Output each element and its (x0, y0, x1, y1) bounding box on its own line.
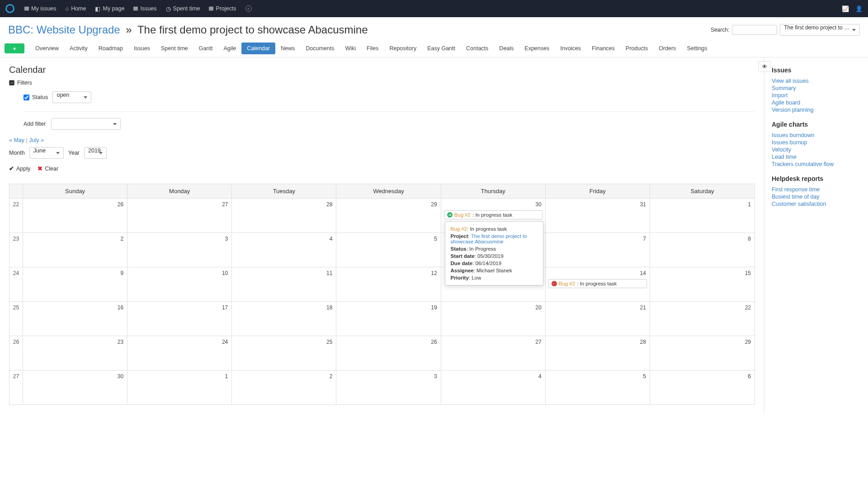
apply-button[interactable]: ✔Apply (9, 165, 30, 172)
status-filter[interactable]: Status (24, 94, 48, 100)
sidebar-link[interactable]: Trackers cumulative flow (772, 161, 861, 168)
calendar-day[interactable]: 23 (23, 336, 127, 370)
tab-finances[interactable]: Finances (586, 43, 620, 54)
filters-toggle[interactable]: – Filters (9, 80, 755, 86)
month-select[interactable]: June (29, 147, 64, 159)
calendar-day[interactable]: 15 (650, 267, 755, 301)
sidebar-link[interactable]: Version planning (772, 106, 861, 114)
tab-news[interactable]: News (275, 43, 300, 54)
calendar-day[interactable]: 27 (127, 199, 232, 233)
calendar-day[interactable]: 6 (650, 370, 755, 404)
calendar-day[interactable]: 1 (650, 199, 755, 233)
stats-icon[interactable]: 📈 (842, 5, 849, 12)
calendar-day[interactable]: 11 (232, 267, 336, 301)
tab-repository[interactable]: Repository (384, 43, 422, 54)
project-selector[interactable]: The first demo project to … (780, 24, 860, 36)
calendar-event[interactable]: ←Bug #2: In progress task (548, 279, 647, 288)
year-select[interactable]: 2019 (84, 147, 107, 159)
user-icon[interactable]: 👤 (855, 5, 863, 12)
nav-home[interactable]: ⌂Home (62, 3, 90, 14)
calendar-day[interactable]: 5 (336, 233, 441, 267)
sidebar-link[interactable]: Issues burnup (772, 139, 861, 146)
prev-month[interactable]: « May (9, 137, 24, 143)
tab-agile[interactable]: Agile (218, 43, 241, 54)
calendar-day[interactable]: 1 (127, 370, 232, 404)
calendar-day[interactable]: 25 (232, 336, 336, 370)
calendar-day[interactable]: 29 (336, 199, 441, 233)
calendar-day[interactable]: 4 (441, 370, 546, 404)
sidebar-link[interactable]: Lead time (772, 153, 861, 161)
sidebar-link[interactable]: Summary (772, 85, 861, 92)
tab-issues[interactable]: Issues (128, 43, 156, 54)
add-filter-select[interactable] (51, 118, 121, 130)
tab-overview[interactable]: Overview (30, 43, 64, 54)
calendar-day[interactable]: 17 (127, 302, 232, 336)
tab-products[interactable]: Products (620, 43, 653, 54)
tab-roadmap[interactable]: Roadmap (93, 43, 128, 54)
calendar-day[interactable]: 26 (23, 199, 127, 233)
nav-add[interactable]: + (242, 3, 255, 14)
nav-my-issues[interactable]: My issues (21, 3, 60, 14)
calendar-event[interactable]: ➜Bug #2: In progress task (444, 210, 542, 219)
tab-deals[interactable]: Deals (494, 43, 519, 54)
calendar-day[interactable]: 9 (23, 267, 127, 301)
add-button[interactable]: + (5, 43, 24, 53)
tab-spent-time[interactable]: Spent time (156, 43, 193, 54)
sidebar-link[interactable]: Import (772, 92, 861, 99)
status-select[interactable]: open (52, 91, 91, 103)
calendar-day[interactable]: 28 (232, 199, 336, 233)
status-checkbox[interactable] (24, 95, 29, 100)
nav-issues[interactable]: Issues (130, 3, 160, 14)
calendar-day[interactable]: 5 (546, 370, 650, 404)
calendar-day[interactable]: 28 (546, 336, 650, 370)
tab-expenses[interactable]: Expenses (519, 43, 555, 54)
calendar-day[interactable]: 12 (336, 267, 441, 301)
tab-easy-gantt[interactable]: Easy Gantt (422, 43, 461, 54)
tab-settings[interactable]: Settings (681, 43, 712, 54)
sidebar-toggle[interactable]: 👁 (758, 61, 771, 72)
logo-icon[interactable] (5, 4, 14, 13)
calendar-day[interactable]: 2 (23, 233, 127, 267)
calendar-day[interactable]: 21 (546, 302, 650, 336)
sidebar-link[interactable]: Customer satisfaction (772, 200, 861, 208)
calendar-day[interactable]: 2 (232, 370, 336, 404)
calendar-day[interactable]: 3 (336, 370, 441, 404)
calendar-day[interactable]: 20 (441, 302, 546, 336)
sidebar-link[interactable]: Agile board (772, 99, 861, 106)
calendar-day[interactable]: 18 (232, 302, 336, 336)
tab-activity[interactable]: Activity (64, 43, 93, 54)
tab-gantt[interactable]: Gantt (193, 43, 218, 54)
calendar-day[interactable]: 4 (232, 233, 336, 267)
sidebar-link[interactable]: Issues burndown (772, 132, 861, 139)
sidebar-link[interactable]: View all issues (772, 77, 861, 85)
sidebar-link[interactable]: Velocity (772, 146, 861, 153)
calendar-day[interactable]: 16 (23, 302, 127, 336)
search-input[interactable] (732, 25, 777, 35)
tab-calendar[interactable]: Calendar (241, 43, 275, 54)
nav-spent-time[interactable]: ◷Spent time (162, 3, 204, 15)
calendar-day[interactable]: 26 (336, 336, 441, 370)
calendar-day[interactable]: 30 (23, 370, 127, 404)
calendar-day[interactable]: 3 (127, 233, 232, 267)
sidebar-link[interactable]: First response time (772, 186, 861, 193)
sidebar-link[interactable]: Busiest time of day (772, 193, 861, 200)
calendar-day[interactable]: 27 (441, 336, 546, 370)
calendar-day[interactable]: 31 (546, 199, 650, 233)
calendar-day[interactable]: 22 (650, 302, 755, 336)
calendar-day[interactable]: 29 (650, 336, 755, 370)
calendar-day[interactable]: 7 (546, 233, 650, 267)
calendar-day[interactable]: 10 (127, 267, 232, 301)
next-month[interactable]: July » (29, 137, 44, 143)
tab-orders[interactable]: Orders (653, 43, 681, 54)
tab-invoices[interactable]: Invoices (555, 43, 586, 54)
calendar-day[interactable]: 30➜Bug #2: In progress taskBug #2: In pr… (441, 199, 546, 233)
clear-button[interactable]: ✖Clear (38, 165, 58, 172)
nav-projects[interactable]: Projects (205, 3, 240, 14)
tab-files[interactable]: Files (361, 43, 384, 54)
tab-contacts[interactable]: Contacts (461, 43, 494, 54)
tab-documents[interactable]: Documents (300, 43, 340, 54)
tab-wiki[interactable]: Wiki (340, 43, 361, 54)
calendar-day[interactable]: 14←Bug #2: In progress task (546, 267, 650, 301)
nav-my-page[interactable]: ◧My page (91, 3, 128, 15)
calendar-day[interactable]: 19 (336, 302, 441, 336)
